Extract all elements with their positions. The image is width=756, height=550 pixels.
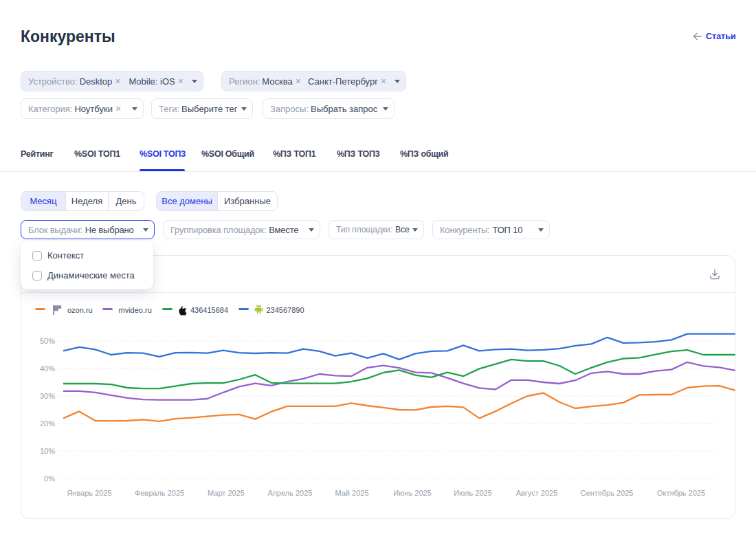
- svg-text:Январь 2025: Январь 2025: [67, 489, 111, 497]
- svg-text:30%: 30%: [40, 392, 55, 400]
- svg-text:10%: 10%: [40, 447, 55, 455]
- svg-text:Май 2025: Май 2025: [335, 489, 368, 497]
- svg-text:Октябрь 2025: Октябрь 2025: [657, 489, 705, 497]
- svg-text:Апрель 2025: Апрель 2025: [268, 489, 313, 497]
- svg-text:40%: 40%: [40, 364, 55, 373]
- svg-text:50%: 50%: [40, 337, 55, 345]
- svg-text:Февраль 2025: Февраль 2025: [135, 489, 184, 497]
- svg-text:0%: 0%: [44, 474, 55, 483]
- svg-text:Март 2025: Март 2025: [208, 489, 245, 497]
- svg-text:Июнь 2025: Июнь 2025: [393, 489, 432, 497]
- svg-text:20%: 20%: [40, 419, 55, 428]
- svg-text:Август 2025: Август 2025: [516, 489, 558, 497]
- svg-text:Июль 2025: Июль 2025: [454, 489, 492, 497]
- svg-text:Сентябрь 2025: Сентябрь 2025: [581, 489, 634, 497]
